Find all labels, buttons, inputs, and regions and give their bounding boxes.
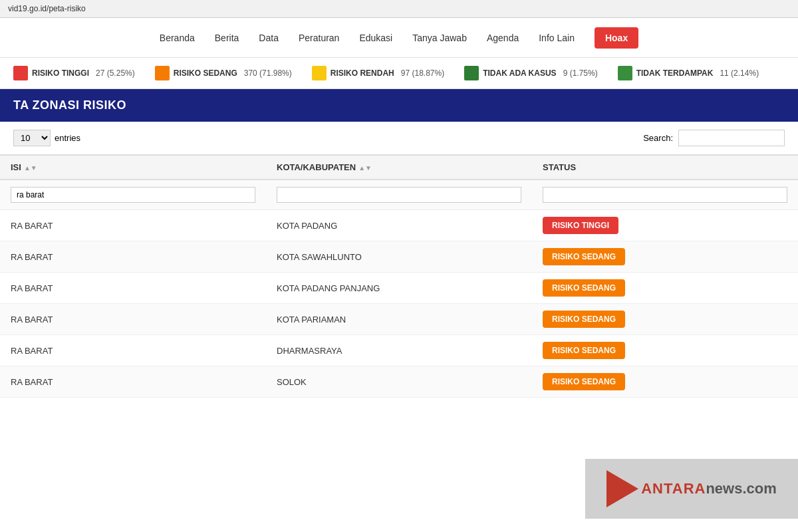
status-badge-risiko-sedang: RISIKO SEDANG bbox=[543, 279, 625, 297]
legend-label-tidak-terdampak: TIDAK TERDAMPAK bbox=[636, 68, 714, 78]
legend-color-risiko-sedang bbox=[155, 66, 170, 80]
nav-links: BerandaBeritaDataPeraturanEdukasiTanya J… bbox=[160, 27, 638, 49]
status-badge-risiko-sedang: RISIKO SEDANG bbox=[543, 248, 625, 265]
section-title: TA ZONASI RISIKO bbox=[13, 98, 126, 112]
nav-link-beranda[interactable]: Beranda bbox=[160, 33, 195, 43]
legend-count-tidak-terdampak: 11 (2.14%) bbox=[720, 68, 759, 78]
legend-color-tidak-terdampak bbox=[618, 66, 632, 80]
nav-link-peraturan[interactable]: Peraturan bbox=[299, 33, 339, 43]
status-badge-risiko-sedang: RISIKO SEDANG bbox=[543, 373, 625, 390]
cell-provinsi: RA BARAT bbox=[0, 241, 266, 273]
cell-provinsi: RA BARAT bbox=[0, 273, 266, 304]
filter-provinsi[interactable] bbox=[11, 187, 255, 203]
entries-label: entries bbox=[55, 133, 80, 143]
legend-item-tidak-ada-kasus: TIDAK ADA KASUS9 (1.75%) bbox=[464, 66, 597, 80]
table-row: RA BARATSOLOKRISIKO SEDANG bbox=[0, 366, 798, 398]
table-header-row: ISI▲▼KOTA/KABUPATEN▲▼STATUS bbox=[0, 155, 798, 180]
legend-label-risiko-rendah: RISIKO RENDAH bbox=[331, 68, 394, 78]
status-badge-risiko-sedang: RISIKO SEDANG bbox=[543, 311, 625, 328]
legend-item-risiko-tinggi: RISIKO TINGGI27 (5.25%) bbox=[13, 66, 135, 80]
filter-kota[interactable] bbox=[277, 187, 521, 203]
search-input[interactable] bbox=[678, 130, 785, 146]
legend-count-risiko-tinggi: 27 (5.25%) bbox=[96, 68, 135, 78]
legend-count-risiko-sedang: 370 (71.98%) bbox=[244, 68, 292, 78]
browser-bar: vid19.go.id/peta-risiko bbox=[0, 0, 798, 18]
cell-kota: DHARMASRAYA bbox=[266, 335, 532, 366]
cell-kota: KOTA PADANG PANJANG bbox=[266, 273, 532, 304]
url-bar: vid19.go.id/peta-risiko bbox=[8, 4, 86, 13]
legend-item-risiko-rendah: RISIKO RENDAH97 (18.87%) bbox=[312, 66, 444, 80]
cell-kota: KOTA SAWAHLUNTO bbox=[266, 241, 532, 273]
legend-item-tidak-terdampak: TIDAK TERDAMPAK11 (2.14%) bbox=[618, 66, 759, 80]
status-badge-risiko-tinggi: RISIKO TINGGI bbox=[543, 217, 618, 234]
section-header: TA ZONASI RISIKO bbox=[0, 89, 798, 122]
cell-kota: SOLOK bbox=[266, 366, 532, 398]
filter-row bbox=[0, 180, 798, 210]
sort-icon-provinsi-col[interactable]: ▲▼ bbox=[24, 164, 37, 172]
cell-status: RISIKO SEDANG bbox=[532, 366, 798, 398]
nav-link-info-lain[interactable]: Info Lain bbox=[539, 33, 575, 43]
nav-link-tanya-jawab[interactable]: Tanya Jawab bbox=[412, 33, 467, 43]
legend-count-risiko-rendah: 97 (18.87%) bbox=[401, 68, 444, 78]
entries-select-group: 102550100 entries bbox=[13, 130, 80, 146]
legend-item-risiko-sedang: RISIKO SEDANG370 (71.98%) bbox=[155, 66, 292, 80]
legend-bar: RISIKO TINGGI27 (5.25%)RISIKO SEDANG370 … bbox=[0, 58, 798, 89]
table-row: RA BARATDHARMASRAYARISIKO SEDANG bbox=[0, 335, 798, 366]
table-row: RA BARATKOTA PADANGRISIKO TINGGI bbox=[0, 210, 798, 241]
cell-provinsi: RA BARAT bbox=[0, 366, 266, 398]
table-body: RA BARATKOTA PADANGRISIKO TINGGIRA BARAT… bbox=[0, 210, 798, 398]
table-controls: 102550100 entries Search: bbox=[0, 122, 798, 154]
nav-link-berita[interactable]: Berita bbox=[215, 33, 239, 43]
legend-label-risiko-tinggi: RISIKO TINGGI bbox=[32, 68, 89, 78]
table-row: RA BARATKOTA PADANG PANJANGRISIKO SEDANG bbox=[0, 273, 798, 304]
legend-color-risiko-tinggi bbox=[13, 66, 28, 80]
status-badge-risiko-sedang: RISIKO SEDANG bbox=[543, 342, 625, 359]
cell-provinsi: RA BARAT bbox=[0, 335, 266, 366]
legend-label-tidak-ada-kasus: TIDAK ADA KASUS bbox=[483, 68, 556, 78]
cell-kota: KOTA PADANG bbox=[266, 210, 532, 241]
table-row: RA BARATKOTA SAWAHLUNTORISIKO SEDANG bbox=[0, 241, 798, 273]
kota-col[interactable]: KOTA/KABUPATEN▲▼ bbox=[266, 155, 532, 180]
hoax-button[interactable]: Hoax bbox=[595, 27, 638, 49]
cell-status: RISIKO SEDANG bbox=[532, 304, 798, 335]
nav-link-agenda[interactable]: Agenda bbox=[487, 33, 519, 43]
entries-dropdown[interactable]: 102550100 bbox=[13, 130, 51, 146]
legend-color-risiko-rendah bbox=[312, 66, 327, 80]
status-col: STATUS bbox=[532, 155, 798, 180]
search-label: Search: bbox=[643, 133, 673, 143]
legend-count-tidak-ada-kasus: 9 (1.75%) bbox=[563, 68, 598, 78]
cell-provinsi: RA BARAT bbox=[0, 210, 266, 241]
cell-status: RISIKO TINGGI bbox=[532, 210, 798, 241]
cell-status: RISIKO SEDANG bbox=[532, 241, 798, 273]
provinsi-col[interactable]: ISI▲▼ bbox=[0, 155, 266, 180]
nav-link-edukasi[interactable]: Edukasi bbox=[359, 33, 392, 43]
cell-status: RISIKO SEDANG bbox=[532, 335, 798, 366]
cell-kota: KOTA PARIAMAN bbox=[266, 304, 532, 335]
legend-label-risiko-sedang: RISIKO SEDANG bbox=[174, 68, 237, 78]
search-box: Search: bbox=[643, 130, 785, 146]
sort-icon-kota-col[interactable]: ▲▼ bbox=[358, 164, 372, 172]
filter-status[interactable] bbox=[543, 187, 787, 203]
cell-provinsi: RA BARAT bbox=[0, 304, 266, 335]
data-table: ISI▲▼KOTA/KABUPATEN▲▼STATUS RA BARATKOTA… bbox=[0, 154, 798, 398]
cell-status: RISIKO SEDANG bbox=[532, 273, 798, 304]
navbar: BerandaBeritaDataPeraturanEdukasiTanya J… bbox=[0, 18, 798, 58]
table-row: RA BARATKOTA PARIAMANRISIKO SEDANG bbox=[0, 304, 798, 335]
legend-color-tidak-ada-kasus bbox=[464, 66, 479, 80]
nav-link-data[interactable]: Data bbox=[259, 33, 279, 43]
